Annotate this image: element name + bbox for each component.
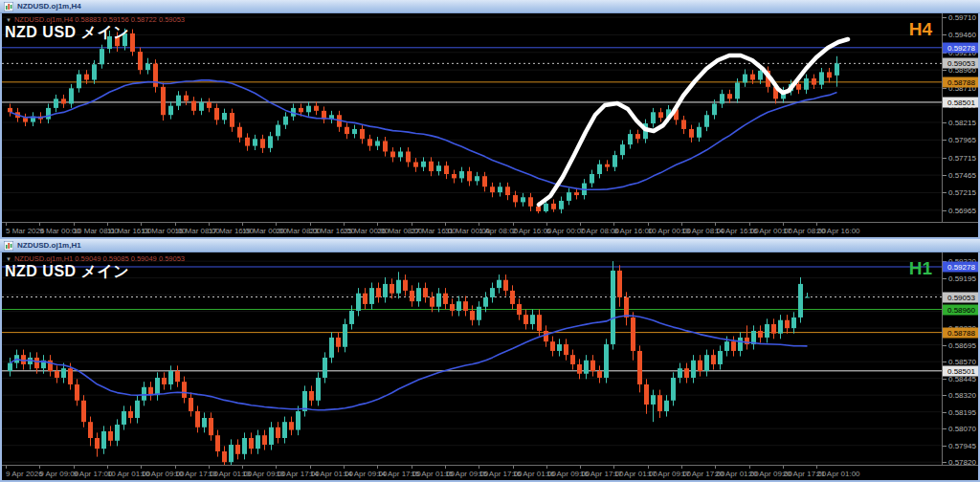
timeframe-badge: H4 (909, 19, 932, 40)
candle-body (574, 192, 579, 195)
candle-body (191, 101, 196, 111)
candle-body (503, 280, 508, 291)
time-tick-mark (377, 223, 378, 226)
price-axis[interactable]: 0.597100.594600.592100.589600.587100.584… (942, 13, 978, 222)
candle-body (637, 351, 642, 384)
time-axis[interactable]: 5 Mar 20269 Mar 00:0010 Mar 08:0011 Mar … (2, 222, 978, 237)
time-tick-mark (648, 466, 649, 469)
price-level-label-white-line: 0.58501 (943, 365, 978, 376)
candle-body (61, 368, 66, 378)
candle-body (463, 301, 468, 311)
candle-body (81, 401, 86, 422)
time-axis[interactable]: 9 Apr 20269 Apr 09:009 Apr 17:0010 Apr 0… (2, 465, 978, 480)
candle-body (436, 294, 441, 307)
candle-body (108, 431, 113, 441)
time-tick-mark (613, 466, 614, 469)
candlestick-plot[interactable] (2, 252, 942, 465)
candle-body (55, 371, 59, 378)
price-tick-mark (943, 17, 947, 18)
candle-body (61, 99, 66, 103)
candle-body (467, 171, 472, 181)
candle-body (452, 174, 457, 178)
price-tick-mark (943, 379, 947, 380)
time-tick-mark (580, 223, 581, 226)
candle-body (528, 197, 533, 207)
chart-window-h1: NZDUSD.oj1m,H1 ▼NZDUSD.oj1m,H1 0.59049 0… (0, 239, 980, 482)
candle-body (184, 96, 189, 101)
candle-body (620, 144, 625, 155)
price-tick-mark (943, 446, 947, 447)
candle-body (323, 358, 327, 378)
candle-body (724, 341, 729, 351)
price-tick-mark (943, 412, 947, 413)
chart-watermark-text: NZD USD メイン (5, 262, 129, 282)
candle-body (101, 431, 106, 449)
candle-body (329, 338, 334, 358)
time-tick-mark (816, 223, 817, 226)
candle-body (396, 280, 401, 294)
candle-body (276, 427, 280, 438)
candle-body (162, 378, 167, 384)
candle-body (771, 324, 776, 334)
candle-body (436, 165, 441, 171)
candle-body (698, 361, 702, 371)
price-tick-label: 0.58215 (948, 118, 976, 126)
time-tick-mark (310, 223, 311, 226)
candle-body (743, 75, 747, 83)
candle-body (363, 294, 368, 304)
price-tick-label: 0.59710 (948, 13, 976, 22)
price-tick-label: 0.57945 (948, 441, 976, 449)
time-tick-mark (715, 466, 716, 469)
candle-body (758, 71, 763, 80)
candle-body (306, 106, 311, 113)
price-tick-label: 0.57215 (948, 188, 976, 197)
candle-body (360, 129, 365, 139)
candle-body (383, 284, 388, 297)
candle-body (564, 344, 568, 355)
candle-body (689, 129, 694, 138)
candlestick-plot[interactable] (2, 13, 942, 222)
window-titlebar[interactable]: NZDUSD.oj1m,H4 (0, 0, 980, 13)
price-level-label-orange-line: 0.58788 (943, 327, 978, 338)
price-tick-label: 0.57965 (948, 136, 976, 144)
candle-body (664, 401, 669, 411)
candle-body (130, 33, 135, 52)
candle-body (758, 331, 763, 338)
price-tick-label: 0.58320 (948, 391, 976, 400)
time-tick-mark (141, 223, 142, 226)
candle-body (256, 435, 260, 449)
time-tick-mark (39, 223, 40, 226)
candle-body (406, 151, 411, 162)
candle-body (54, 99, 58, 108)
time-tick-mark (209, 466, 210, 469)
candle-body (604, 344, 609, 378)
candle-body (299, 108, 303, 112)
candle-body (651, 112, 656, 123)
candle-body (791, 318, 796, 328)
candle-body (199, 102, 204, 111)
chart-watermark-text: NZD USD メイン (5, 23, 129, 43)
candle-body (68, 368, 73, 384)
candle-body (444, 165, 449, 174)
price-axis[interactable]: 0.593200.591950.590700.589450.588200.586… (942, 252, 978, 465)
time-tick-mark (74, 223, 75, 226)
chart-area-h1[interactable]: ▼NZDUSD.oj1m,H1 0.59049 0.59085 0.59049 … (2, 252, 978, 480)
chart-area-h4[interactable]: ▼NZDUSD.oj1m,H4 0.58883 0.59156 0.58722 … (2, 13, 978, 237)
window-titlebar[interactable]: NZDUSD.oj1m,H1 (0, 239, 980, 252)
candle-body (765, 324, 769, 338)
candle-body (222, 451, 227, 462)
candle-body (245, 138, 250, 146)
time-tick-mark (783, 466, 784, 469)
candle-body (550, 341, 555, 351)
time-tick-mark (681, 223, 682, 226)
time-tick-mark (141, 466, 142, 469)
price-tick-mark (943, 34, 947, 35)
candle-body (711, 355, 716, 364)
candle-body (544, 331, 548, 341)
candle-body (536, 207, 541, 211)
time-tick-mark (242, 466, 243, 469)
window-title: NZDUSD.oj1m,H4 (17, 2, 81, 11)
candle-body (92, 64, 97, 79)
candle-body (69, 88, 74, 103)
candle-body (296, 411, 301, 430)
